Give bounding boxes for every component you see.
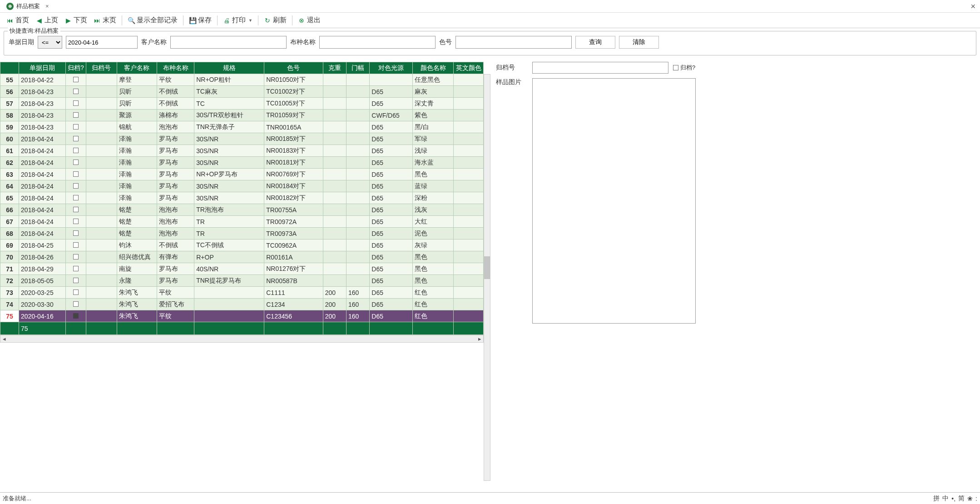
table-row[interactable]: 592018-04-23锦航泡泡布TNR无弹条子TNR00165AD65黑/白 bbox=[0, 121, 484, 133]
checkbox-icon[interactable] bbox=[73, 148, 79, 153]
checkbox-icon[interactable] bbox=[73, 100, 79, 106]
arch-label: 归档? bbox=[680, 64, 695, 72]
col-spec[interactable]: 规格 bbox=[194, 62, 264, 74]
col-archno[interactable]: 归档号 bbox=[86, 62, 117, 74]
scrollbar-vertical[interactable] bbox=[484, 74, 490, 481]
table-row[interactable]: 642018-04-24泽瀚罗马布30S/NRNR00184对下D65蓝绿 bbox=[0, 180, 484, 192]
search-button[interactable]: 查询 bbox=[575, 36, 615, 49]
col-rownum[interactable] bbox=[0, 62, 19, 74]
table-row[interactable]: 552018-04-22摩登平纹NR+OP粗针NR01050对下任意黑色 bbox=[0, 74, 484, 86]
separator bbox=[122, 15, 122, 25]
col-cust[interactable]: 客户名称 bbox=[117, 62, 157, 74]
table-row[interactable]: 732020-03-25朱鸿飞平纹C1111200160D65红色 bbox=[0, 287, 484, 299]
save-label: 保存 bbox=[198, 16, 212, 25]
clear-button[interactable]: 清除 bbox=[619, 36, 659, 49]
data-grid: 单据日期 归档? 归档号 客户名称 布种名称 规格 色号 克重 门幅 对色光源 … bbox=[0, 62, 490, 492]
table-row[interactable]: 672018-04-24铭楚泡泡布TRTR00972AD65大红 bbox=[0, 216, 484, 228]
scrollbar-horizontal[interactable]: ◂ ▸ bbox=[0, 335, 484, 343]
checkbox-icon[interactable] bbox=[73, 171, 79, 177]
scroll-left-icon[interactable]: ◂ bbox=[0, 335, 8, 342]
table-row[interactable]: 692018-04-25钧沐不倒绒TC不倒绒TC00962AD65灰绿 bbox=[0, 240, 484, 251]
last-page-button[interactable]: ⏭末页 bbox=[91, 15, 119, 26]
checkbox-icon[interactable] bbox=[73, 266, 79, 271]
col-arch[interactable]: 归档? bbox=[65, 62, 86, 74]
tab-close-icon[interactable]: × bbox=[45, 3, 49, 10]
table-row[interactable]: 722018-05-05永隆罗马布TNR提花罗马布NR00587BD65黑色 bbox=[0, 275, 484, 287]
statusbar: 准备就绪... 拼 中 •, 简 ❀ : bbox=[0, 492, 980, 504]
checkbox-icon[interactable] bbox=[73, 313, 79, 319]
col-width[interactable]: 门幅 bbox=[346, 62, 369, 74]
table-row[interactable]: 662018-04-24铭楚泡泡布TR泡泡布TR00755AD65浅灰 bbox=[0, 204, 484, 216]
sample-image-box[interactable] bbox=[532, 78, 696, 324]
col-eng[interactable]: 英文颜色 bbox=[454, 62, 484, 74]
ime-indicator[interactable]: 拼 中 •, 简 ❀ : bbox=[933, 494, 977, 503]
table-row[interactable]: 742020-03-30朱鸿飞爱招飞布C1234200160D65红色 bbox=[0, 299, 484, 310]
table-row[interactable]: 612018-04-24泽瀚罗马布30S/NRNR00183对下D65浅绿 bbox=[0, 145, 484, 157]
cust-input[interactable] bbox=[170, 36, 287, 49]
show-all-button[interactable]: 🔍显示全部记录 bbox=[125, 15, 180, 26]
color-label: 色号 bbox=[439, 38, 452, 46]
color-input[interactable] bbox=[455, 36, 572, 49]
exit-button[interactable]: ⊗退出 bbox=[295, 15, 323, 26]
print-button[interactable]: 🖨打印▼ bbox=[220, 15, 255, 26]
checkbox-icon[interactable] bbox=[73, 207, 79, 212]
refresh-button[interactable]: ↻刷新 bbox=[261, 15, 289, 26]
table-row[interactable]: 632018-04-24泽瀚罗马布NR+OP罗马布NR00769对下D65黑色 bbox=[0, 169, 484, 180]
tab-sample-archive[interactable]: ⊕ 样品档案 × bbox=[3, 1, 53, 11]
table-row[interactable]: 652018-04-24泽瀚罗马布30S/NRNR00182对下D65深粉 bbox=[0, 192, 484, 204]
checkbox-icon[interactable] bbox=[73, 195, 79, 200]
table-row[interactable]: 572018-04-23贝昕不倒绒TCTC01005对下D65深丈青 bbox=[0, 98, 484, 110]
date-input[interactable] bbox=[66, 36, 138, 49]
archno-input[interactable] bbox=[532, 62, 668, 74]
table-row[interactable]: 602018-04-24泽瀚罗马布30S/NRNR00185对下D65军绿 bbox=[0, 133, 484, 145]
checkbox-icon[interactable] bbox=[73, 124, 79, 130]
checkbox-icon[interactable] bbox=[73, 254, 79, 259]
first-page-button[interactable]: ⏮首页 bbox=[4, 15, 32, 26]
prev-page-button[interactable]: ◀上页 bbox=[33, 15, 61, 26]
checkbox-icon[interactable] bbox=[73, 278, 79, 283]
table-row[interactable]: 752020-04-16朱鸿飞平纹C123456200160D65红色 bbox=[0, 310, 484, 322]
table-row[interactable]: 582018-04-23聚源涤棉布30S/TR双纱粗针TR01059对下CWF/… bbox=[0, 110, 484, 121]
checkbox-icon[interactable] bbox=[73, 230, 79, 236]
date-op-select[interactable]: <= bbox=[38, 36, 62, 49]
col-colorname[interactable]: 颜色名称 bbox=[412, 62, 453, 74]
checkbox-icon[interactable] bbox=[73, 112, 79, 118]
exit-label: 退出 bbox=[307, 16, 321, 25]
scroll-thumb[interactable] bbox=[484, 256, 490, 279]
col-date[interactable]: 单据日期 bbox=[19, 62, 66, 74]
fabric-input[interactable] bbox=[319, 36, 436, 49]
summary-count: 75 bbox=[19, 322, 66, 335]
save-button[interactable]: 💾保存 bbox=[186, 15, 214, 26]
checkbox-icon[interactable] bbox=[73, 289, 79, 295]
image-label: 样品图片 bbox=[496, 78, 528, 86]
checkbox-icon[interactable] bbox=[73, 89, 79, 94]
checkbox-icon[interactable] bbox=[73, 136, 79, 141]
checkbox-icon[interactable] bbox=[73, 242, 79, 248]
table-row[interactable]: 622018-04-24泽瀚罗马布30S/NRNR00181对下D65海水蓝 bbox=[0, 157, 484, 169]
separator bbox=[292, 15, 292, 25]
scroll-right-icon[interactable]: ▸ bbox=[476, 335, 483, 342]
checkbox-icon[interactable] bbox=[73, 183, 79, 189]
save-icon: 💾 bbox=[189, 17, 196, 24]
col-colorno[interactable]: 色号 bbox=[264, 62, 323, 74]
checkbox-icon[interactable] bbox=[73, 219, 79, 224]
col-weight[interactable]: 克重 bbox=[323, 62, 346, 74]
col-light[interactable]: 对色光源 bbox=[370, 62, 412, 74]
checkbox-icon[interactable] bbox=[73, 77, 79, 82]
table-row[interactable]: 562018-04-23贝昕不倒绒TC麻灰TC01002对下D65麻灰 bbox=[0, 86, 484, 98]
chevron-down-icon[interactable]: ▼ bbox=[248, 18, 252, 23]
checkbox-icon[interactable] bbox=[73, 160, 79, 165]
toolbar: ⏮首页 ◀上页 ▶下页 ⏭末页 🔍显示全部记录 💾保存 🖨打印▼ ↻刷新 ⊗退出 bbox=[0, 13, 980, 28]
next-page-button[interactable]: ▶下页 bbox=[62, 15, 90, 26]
table-row[interactable]: 682018-04-24铭楚泡泡布TRTR00973AD65泥色 bbox=[0, 228, 484, 240]
checkbox-icon[interactable] bbox=[73, 301, 79, 307]
close-window-icon[interactable]: × bbox=[970, 2, 975, 11]
table-row[interactable]: 712018-04-29南旋罗马布40S/NRNR01276对下D65黑色 bbox=[0, 263, 484, 275]
first-icon: ⏮ bbox=[6, 17, 14, 24]
col-fabric[interactable]: 布种名称 bbox=[157, 62, 194, 74]
last-label: 末页 bbox=[103, 16, 116, 25]
arch-checkbox[interactable]: 归档? bbox=[673, 64, 695, 72]
first-label: 首页 bbox=[15, 16, 29, 25]
query-panel: 快捷查询:样品档案 单据日期 <= 客户名称 布种名称 色号 查询 清除 bbox=[4, 31, 976, 55]
table-row[interactable]: 702018-04-26绍兴德优真有弹布R+OPR00161AD65黑色 bbox=[0, 251, 484, 263]
